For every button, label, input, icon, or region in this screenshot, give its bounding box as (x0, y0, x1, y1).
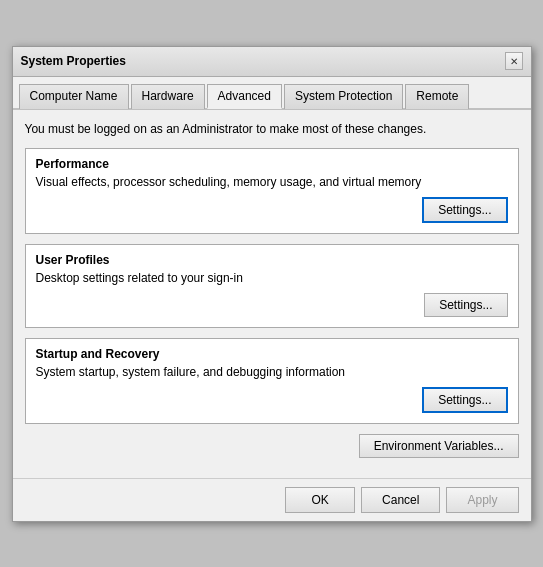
performance-footer: Settings... (36, 197, 508, 223)
system-properties-window: System Properties ✕ Computer Name Hardwa… (12, 46, 532, 522)
tab-remote[interactable]: Remote (405, 84, 469, 109)
startup-recovery-section: Startup and Recovery System startup, sys… (25, 338, 519, 424)
title-bar: System Properties ✕ (13, 47, 531, 77)
startup-recovery-settings-button[interactable]: Settings... (422, 387, 507, 413)
user-profiles-title: User Profiles (36, 253, 508, 267)
performance-settings-button[interactable]: Settings... (422, 197, 507, 223)
performance-section: Performance Visual effects, processor sc… (25, 148, 519, 234)
admin-notice: You must be logged on as an Administrato… (25, 120, 519, 138)
apply-button[interactable]: Apply (446, 487, 518, 513)
tab-hardware[interactable]: Hardware (131, 84, 205, 109)
startup-recovery-desc: System startup, system failure, and debu… (36, 365, 508, 379)
user-profiles-desc: Desktop settings related to your sign-in (36, 271, 508, 285)
cancel-button[interactable]: Cancel (361, 487, 440, 513)
env-variables-button[interactable]: Environment Variables... (359, 434, 519, 458)
tab-content: You must be logged on as an Administrato… (13, 110, 531, 478)
user-profiles-footer: Settings... (36, 293, 508, 317)
tab-computer-name[interactable]: Computer Name (19, 84, 129, 109)
user-profiles-settings-button[interactable]: Settings... (424, 293, 507, 317)
ok-button[interactable]: OK (285, 487, 355, 513)
startup-recovery-title: Startup and Recovery (36, 347, 508, 361)
tab-system-protection[interactable]: System Protection (284, 84, 403, 109)
window-title: System Properties (21, 54, 126, 68)
user-profiles-section: User Profiles Desktop settings related t… (25, 244, 519, 328)
title-bar-buttons: ✕ (505, 52, 523, 70)
tab-advanced[interactable]: Advanced (207, 84, 282, 109)
startup-recovery-footer: Settings... (36, 387, 508, 413)
performance-desc: Visual effects, processor scheduling, me… (36, 175, 508, 189)
bottom-bar: OK Cancel Apply (13, 478, 531, 521)
close-button[interactable]: ✕ (505, 52, 523, 70)
tab-bar: Computer Name Hardware Advanced System P… (13, 77, 531, 110)
performance-title: Performance (36, 157, 508, 171)
env-variables-row: Environment Variables... (25, 434, 519, 458)
